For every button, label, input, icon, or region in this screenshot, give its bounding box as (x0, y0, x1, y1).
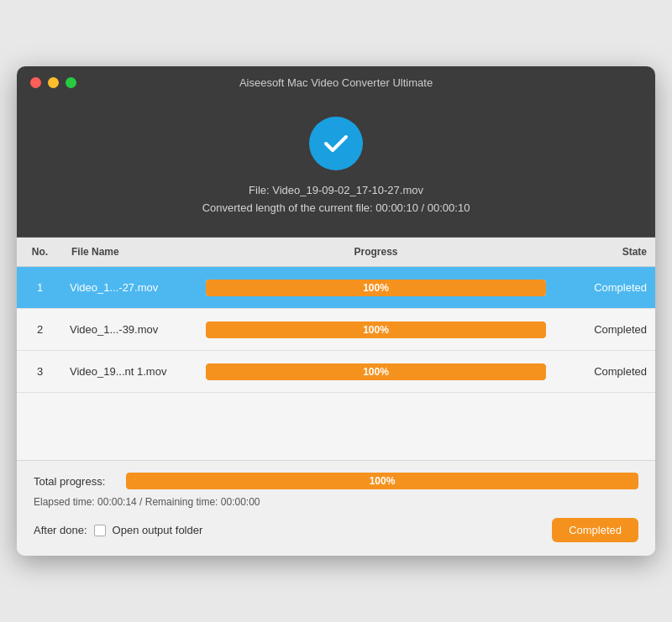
col-header-progress: Progress (197, 243, 554, 261)
after-done-row: After done: Open output folder Completed (34, 518, 638, 542)
elapsed-row: Elapsed time: 00:00:14 / Remaining time:… (34, 496, 638, 508)
col-header-no: No. (17, 243, 63, 261)
after-done-left: After done: Open output folder (34, 524, 202, 536)
maximize-button[interactable] (66, 77, 76, 88)
total-progress-label: Total progress: (34, 475, 118, 488)
footer-section: Total progress: 100% Elapsed time: 00:00… (17, 460, 655, 556)
row-state: Completed (554, 281, 655, 294)
col-header-state: State (554, 243, 655, 261)
after-done-label: After done: (34, 524, 87, 536)
row-filename: Video_1...-27.mov (63, 281, 197, 294)
row-progress-bar-container: 100% (197, 363, 554, 380)
close-button[interactable] (30, 77, 41, 88)
row-progress-bar-container: 100% (197, 321, 554, 338)
row-state: Completed (554, 365, 655, 378)
total-progress-row: Total progress: 100% (34, 473, 638, 489)
titlebar: Aiseesoft Mac Video Converter Ultimate (17, 66, 655, 100)
completed-button[interactable]: Completed (552, 518, 638, 542)
converted-label: Converted length of the current file: 00… (202, 200, 470, 217)
file-info: File: Video_19-09-02_17-10-27.mov Conver… (202, 182, 470, 217)
total-progress-text: 100% (126, 475, 638, 487)
open-output-checkbox[interactable] (94, 525, 106, 536)
table-row[interactable]: 2 Video_1...-39.mov 100% Completed (17, 309, 655, 351)
window-controls (30, 77, 76, 88)
open-output-label: Open output folder (113, 524, 203, 536)
progress-label: 100% (206, 324, 546, 336)
row-progress-bar-container: 100% (197, 280, 554, 296)
spacer (17, 393, 655, 460)
file-label: File: Video_19-09-02_17-10-27.mov (202, 182, 470, 200)
row-number: 1 (17, 281, 63, 294)
col-header-filename: File Name (63, 243, 197, 261)
header-section: File: Video_19-09-02_17-10-27.mov Conver… (17, 100, 655, 238)
total-progress-bar-container: 100% (126, 473, 638, 489)
main-window: Aiseesoft Mac Video Converter Ultimate F… (17, 66, 655, 557)
row-filename: Video_1...-39.mov (63, 323, 197, 336)
checkmark-circle (309, 117, 363, 170)
table-section: No. File Name Progress State 1 Video_1..… (17, 238, 655, 460)
row-filename: Video_19...nt 1.mov (63, 365, 197, 378)
row-number: 2 (17, 323, 63, 336)
table-row[interactable]: 1 Video_1...-27.mov 100% Completed (17, 267, 655, 309)
table-header: No. File Name Progress State (17, 238, 655, 267)
progress-label: 100% (206, 366, 546, 378)
table-row[interactable]: 3 Video_19...nt 1.mov 100% Completed (17, 351, 655, 393)
row-state: Completed (554, 323, 655, 336)
progress-label: 100% (206, 282, 546, 294)
window-title: Aiseesoft Mac Video Converter Ultimate (239, 76, 433, 89)
row-number: 3 (17, 365, 63, 378)
minimize-button[interactable] (48, 77, 59, 88)
checkmark-icon (321, 128, 351, 159)
